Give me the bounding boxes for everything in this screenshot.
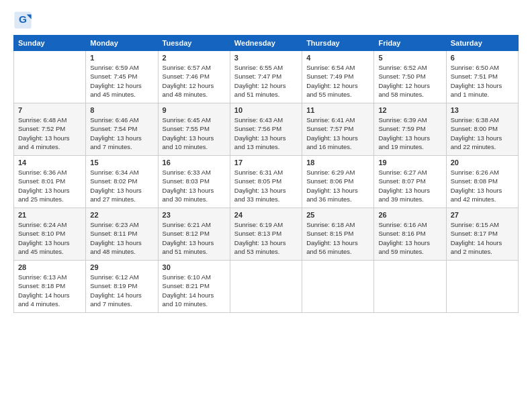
daylight-text: Daylight: 13 hours and 39 minutes. — [378, 187, 430, 203]
sunrise-text: Sunrise: 6:27 AM — [378, 169, 427, 176]
sunset-text: Sunset: 8:02 PM — [90, 177, 137, 185]
calendar-cell: 10 Sunrise: 6:43 AM Sunset: 7:56 PM Dayl… — [230, 103, 302, 156]
sunset-text: Sunset: 8:15 PM — [306, 230, 353, 237]
day-number: 10 — [234, 106, 298, 114]
calendar-cell: 25 Sunrise: 6:18 AM Sunset: 8:15 PM Dayl… — [302, 208, 374, 261]
cell-content: Sunrise: 6:46 AM Sunset: 7:54 PM Dayligh… — [90, 116, 153, 151]
sunrise-text: Sunrise: 6:48 AM — [18, 116, 66, 124]
day-of-week-header: Thursday — [302, 36, 374, 51]
sunset-text: Sunset: 8:07 PM — [378, 177, 425, 185]
calendar-cell: 13 Sunrise: 6:38 AM Sunset: 8:00 PM Dayl… — [446, 103, 518, 156]
daylight-text: Daylight: 12 hours and 55 minutes. — [306, 82, 358, 98]
daylight-text: Daylight: 13 hours and 16 minutes. — [306, 134, 358, 150]
day-number: 30 — [163, 263, 226, 271]
sunrise-text: Sunrise: 6:23 AM — [90, 221, 138, 228]
cell-content: Sunrise: 6:19 AM Sunset: 8:13 PM Dayligh… — [234, 220, 298, 256]
daylight-text: Daylight: 13 hours and 30 minutes. — [163, 187, 214, 203]
calendar-cell: 27 Sunrise: 6:15 AM Sunset: 8:17 PM Dayl… — [446, 208, 518, 261]
cell-content: Sunrise: 6:29 AM Sunset: 8:06 PM Dayligh… — [306, 168, 369, 203]
sunrise-text: Sunrise: 6:55 AM — [234, 64, 283, 71]
calendar-cell: 30 Sunrise: 6:10 AM Sunset: 8:21 PM Dayl… — [158, 261, 230, 313]
logo-icon: G — [13, 11, 32, 30]
calendar-cell: 7 Sunrise: 6:48 AM Sunset: 7:52 PM Dayli… — [14, 103, 86, 156]
sunrise-text: Sunrise: 6:15 AM — [451, 221, 499, 228]
daylight-text: Daylight: 13 hours and 59 minutes. — [378, 239, 430, 255]
day-number: 5 — [378, 54, 441, 62]
calendar-week-row: 21 Sunrise: 6:24 AM Sunset: 8:10 PM Dayl… — [14, 208, 519, 261]
daylight-text: Daylight: 13 hours and 53 minutes. — [234, 239, 286, 255]
cell-content: Sunrise: 6:55 AM Sunset: 7:47 PM Dayligh… — [234, 63, 298, 99]
day-number: 27 — [451, 211, 514, 219]
sunset-text: Sunset: 8:21 PM — [163, 282, 210, 289]
daylight-text: Daylight: 13 hours and 13 minutes. — [234, 134, 286, 150]
sunset-text: Sunset: 8:11 PM — [90, 230, 137, 237]
cell-content: Sunrise: 6:13 AM Sunset: 8:18 PM Dayligh… — [18, 273, 81, 308]
cell-content: Sunrise: 6:16 AM Sunset: 8:16 PM Dayligh… — [378, 220, 441, 256]
cell-content: Sunrise: 6:45 AM Sunset: 7:55 PM Dayligh… — [163, 116, 226, 151]
daylight-text: Daylight: 12 hours and 48 minutes. — [163, 82, 214, 98]
calendar-cell: 15 Sunrise: 6:34 AM Sunset: 8:02 PM Dayl… — [86, 156, 158, 208]
daylight-text: Daylight: 13 hours and 4 minutes. — [18, 134, 70, 150]
sunrise-text: Sunrise: 6:52 AM — [378, 64, 427, 71]
calendar-cell: 22 Sunrise: 6:23 AM Sunset: 8:11 PM Dayl… — [86, 208, 158, 261]
cell-content: Sunrise: 6:48 AM Sunset: 7:52 PM Dayligh… — [18, 116, 81, 151]
cell-content: Sunrise: 6:50 AM Sunset: 7:51 PM Dayligh… — [451, 63, 514, 99]
sunrise-text: Sunrise: 6:26 AM — [451, 169, 499, 176]
page-header: G — [13, 11, 519, 30]
calendar-cell — [302, 261, 374, 313]
day-number: 17 — [234, 158, 298, 167]
day-of-week-header: Wednesday — [230, 36, 302, 51]
calendar-week-row: 28 Sunrise: 6:13 AM Sunset: 8:18 PM Dayl… — [14, 261, 519, 313]
sunrise-text: Sunrise: 6:12 AM — [90, 273, 138, 281]
cell-content: Sunrise: 6:26 AM Sunset: 8:08 PM Dayligh… — [451, 168, 514, 203]
calendar-cell: 19 Sunrise: 6:27 AM Sunset: 8:07 PM Dayl… — [374, 156, 446, 208]
day-number: 4 — [306, 54, 369, 62]
day-number: 29 — [90, 263, 153, 271]
calendar-week-row: 7 Sunrise: 6:48 AM Sunset: 7:52 PM Dayli… — [14, 103, 519, 156]
sunrise-text: Sunrise: 6:54 AM — [306, 64, 355, 71]
cell-content: Sunrise: 6:38 AM Sunset: 8:00 PM Dayligh… — [451, 116, 514, 151]
daylight-text: Daylight: 13 hours and 1 minute. — [451, 82, 502, 98]
calendar-cell: 8 Sunrise: 6:46 AM Sunset: 7:54 PM Dayli… — [86, 103, 158, 156]
sunrise-text: Sunrise: 6:45 AM — [163, 116, 211, 124]
calendar-cell: 9 Sunrise: 6:45 AM Sunset: 7:55 PM Dayli… — [158, 103, 230, 156]
sunrise-text: Sunrise: 6:59 AM — [90, 64, 138, 71]
sunrise-text: Sunrise: 6:21 AM — [163, 221, 211, 228]
calendar-week-row: 1 Sunrise: 6:59 AM Sunset: 7:45 PM Dayli… — [14, 51, 519, 103]
day-number: 20 — [451, 158, 514, 167]
cell-content: Sunrise: 6:18 AM Sunset: 8:15 PM Dayligh… — [306, 220, 369, 256]
calendar-table: SundayMondayTuesdayWednesdayThursdayFrid… — [13, 35, 519, 313]
sunset-text: Sunset: 7:54 PM — [90, 125, 137, 132]
sunrise-text: Sunrise: 6:18 AM — [306, 221, 355, 228]
day-number: 2 — [163, 54, 226, 62]
sunrise-text: Sunrise: 6:10 AM — [163, 273, 211, 281]
day-number: 28 — [18, 263, 81, 271]
cell-content: Sunrise: 6:43 AM Sunset: 7:56 PM Dayligh… — [234, 116, 298, 151]
day-of-week-header: Sunday — [14, 36, 86, 51]
calendar-cell: 28 Sunrise: 6:13 AM Sunset: 8:18 PM Dayl… — [14, 261, 86, 313]
calendar-cell: 11 Sunrise: 6:41 AM Sunset: 7:57 PM Dayl… — [302, 103, 374, 156]
day-number: 7 — [18, 106, 81, 114]
day-number: 16 — [163, 158, 226, 167]
cell-content: Sunrise: 6:10 AM Sunset: 8:21 PM Dayligh… — [163, 273, 226, 308]
day-number: 18 — [306, 158, 369, 167]
cell-content: Sunrise: 6:23 AM Sunset: 8:11 PM Dayligh… — [90, 220, 153, 256]
day-number: 6 — [451, 54, 514, 62]
cell-content: Sunrise: 6:31 AM Sunset: 8:05 PM Dayligh… — [234, 168, 298, 203]
sunset-text: Sunset: 8:13 PM — [234, 230, 281, 237]
cell-content: Sunrise: 6:21 AM Sunset: 8:12 PM Dayligh… — [163, 220, 226, 256]
cell-content: Sunrise: 6:12 AM Sunset: 8:19 PM Dayligh… — [90, 273, 153, 308]
sunset-text: Sunset: 7:49 PM — [306, 73, 353, 80]
cell-content: Sunrise: 6:36 AM Sunset: 8:01 PM Dayligh… — [18, 168, 81, 203]
day-number: 23 — [163, 211, 226, 219]
calendar-cell: 24 Sunrise: 6:19 AM Sunset: 8:13 PM Dayl… — [230, 208, 302, 261]
sunrise-text: Sunrise: 6:34 AM — [90, 169, 138, 176]
day-number: 12 — [378, 106, 441, 114]
sunset-text: Sunset: 7:52 PM — [18, 125, 65, 132]
sunset-text: Sunset: 8:03 PM — [163, 177, 210, 185]
daylight-text: Daylight: 14 hours and 10 minutes. — [163, 291, 214, 308]
calendar-cell: 12 Sunrise: 6:39 AM Sunset: 7:59 PM Dayl… — [374, 103, 446, 156]
day-of-week-header: Monday — [86, 36, 158, 51]
sunrise-text: Sunrise: 6:31 AM — [234, 169, 283, 176]
daylight-text: Daylight: 13 hours and 25 minutes. — [18, 187, 70, 203]
